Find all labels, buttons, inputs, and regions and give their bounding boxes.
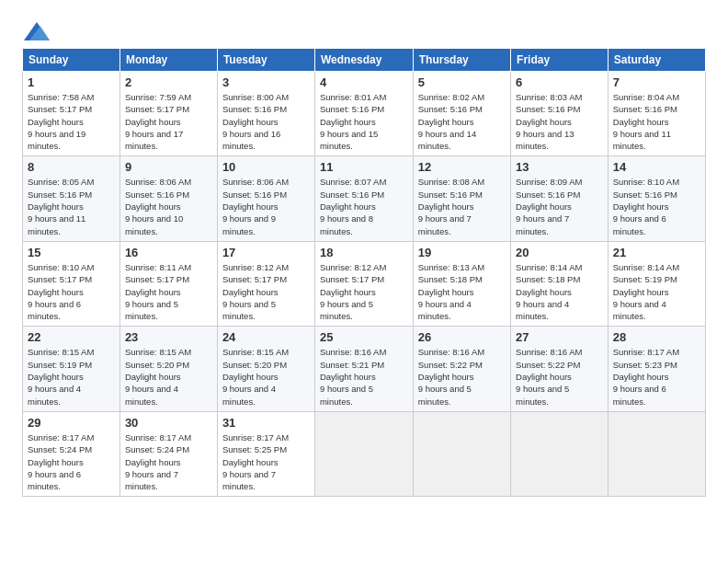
sunset-label: Sunset: 5:19 PM bbox=[28, 360, 92, 370]
cell-content: Sunrise: 8:17 AM Sunset: 5:24 PM Dayligh… bbox=[125, 431, 212, 492]
daylight-value: 9 hours and 15 minutes. bbox=[320, 129, 378, 151]
day-number: 20 bbox=[516, 246, 603, 259]
sunset-label: Sunset: 5:16 PM bbox=[222, 104, 287, 114]
daylight-label: Daylight hours bbox=[28, 372, 84, 382]
cell-content: Sunrise: 8:16 AM Sunset: 5:21 PM Dayligh… bbox=[320, 346, 408, 407]
sunset-label: Sunset: 5:21 PM bbox=[320, 360, 384, 370]
daylight-label: Daylight hours bbox=[222, 287, 279, 297]
sunrise-label: Sunrise: 8:17 AM bbox=[613, 347, 679, 357]
sunset-label: Sunset: 5:16 PM bbox=[125, 190, 189, 200]
daylight-label: Daylight hours bbox=[28, 457, 84, 467]
daylight-label: Daylight hours bbox=[516, 287, 572, 297]
calendar-cell bbox=[314, 411, 413, 496]
calendar-cell: 27 Sunrise: 8:16 AM Sunset: 5:22 PM Dayl… bbox=[511, 327, 609, 411]
daylight-label: Daylight hours bbox=[320, 117, 376, 127]
calendar-cell: 14 Sunrise: 8:10 AM Sunset: 5:16 PM Dayl… bbox=[608, 156, 705, 241]
day-number: 5 bbox=[418, 75, 506, 89]
daylight-label: Daylight hours bbox=[613, 287, 669, 297]
daylight-label: Daylight hours bbox=[320, 287, 376, 297]
calendar-cell: 5 Sunrise: 8:02 AM Sunset: 5:16 PM Dayli… bbox=[413, 72, 510, 156]
day-number: 23 bbox=[125, 330, 212, 344]
day-number: 12 bbox=[418, 160, 506, 174]
daylight-value: 9 hours and 5 minutes. bbox=[222, 299, 276, 321]
daylight-label: Daylight hours bbox=[418, 201, 474, 212]
sunrise-label: Sunrise: 8:08 AM bbox=[418, 177, 484, 187]
day-number: 17 bbox=[222, 246, 310, 259]
calendar-cell: 13 Sunrise: 8:09 AM Sunset: 5:16 PM Dayl… bbox=[511, 156, 609, 241]
sunset-label: Sunset: 5:16 PM bbox=[613, 190, 677, 200]
daylight-label: Daylight hours bbox=[125, 117, 181, 127]
daylight-label: Daylight hours bbox=[613, 372, 669, 382]
day-number: 26 bbox=[418, 330, 506, 344]
sunrise-label: Sunrise: 7:59 AM bbox=[125, 92, 191, 102]
calendar-cell: 19 Sunrise: 8:13 AM Sunset: 5:18 PM Dayl… bbox=[413, 241, 510, 326]
daylight-value: 9 hours and 11 minutes. bbox=[28, 213, 85, 236]
day-number: 30 bbox=[125, 416, 212, 430]
sunrise-label: Sunrise: 8:09 AM bbox=[516, 177, 582, 187]
daylight-value: 9 hours and 13 minutes. bbox=[516, 129, 574, 151]
day-number: 25 bbox=[320, 330, 408, 344]
sunset-label: Sunset: 5:16 PM bbox=[516, 104, 580, 114]
calendar-cell: 23 Sunrise: 8:15 AM Sunset: 5:20 PM Dayl… bbox=[119, 327, 217, 411]
cell-content: Sunrise: 8:09 AM Sunset: 5:16 PM Dayligh… bbox=[516, 176, 603, 236]
day-of-week-wednesday: Wednesday bbox=[314, 49, 413, 72]
sunset-label: Sunset: 5:16 PM bbox=[320, 190, 384, 200]
sunrise-label: Sunrise: 8:12 AM bbox=[222, 262, 289, 272]
daylight-value: 9 hours and 17 minutes. bbox=[125, 129, 183, 151]
daylight-label: Daylight hours bbox=[222, 201, 279, 212]
sunrise-label: Sunrise: 8:12 AM bbox=[320, 262, 386, 272]
cell-content: Sunrise: 8:01 AM Sunset: 5:16 PM Dayligh… bbox=[320, 91, 408, 152]
day-number: 18 bbox=[320, 246, 408, 259]
daylight-value: 9 hours and 4 minutes. bbox=[222, 384, 276, 406]
sunrise-label: Sunrise: 8:02 AM bbox=[418, 92, 484, 102]
daylight-label: Daylight hours bbox=[125, 287, 181, 297]
daylight-value: 9 hours and 7 minutes. bbox=[222, 469, 276, 491]
calendar-cell: 11 Sunrise: 8:07 AM Sunset: 5:16 PM Dayl… bbox=[314, 156, 413, 241]
daylight-label: Daylight hours bbox=[418, 287, 474, 297]
daylight-value: 9 hours and 8 minutes. bbox=[320, 213, 373, 236]
daylight-label: Daylight hours bbox=[28, 287, 84, 297]
calendar-cell: 20 Sunrise: 8:14 AM Sunset: 5:18 PM Dayl… bbox=[511, 241, 609, 326]
day-number: 8 bbox=[28, 160, 115, 174]
sunrise-label: Sunrise: 8:10 AM bbox=[28, 262, 94, 272]
calendar-cell: 15 Sunrise: 8:10 AM Sunset: 5:17 PM Dayl… bbox=[23, 241, 120, 326]
day-number: 7 bbox=[613, 75, 700, 89]
daylight-label: Daylight hours bbox=[613, 201, 669, 212]
daylight-value: 9 hours and 9 minutes. bbox=[222, 213, 276, 236]
sunrise-label: Sunrise: 8:15 AM bbox=[28, 347, 94, 357]
calendar-cell bbox=[413, 411, 510, 496]
day-number: 24 bbox=[222, 330, 310, 344]
day-number: 15 bbox=[28, 246, 115, 259]
sunset-label: Sunset: 5:16 PM bbox=[320, 104, 384, 114]
sunset-label: Sunset: 5:17 PM bbox=[28, 274, 92, 284]
daylight-value: 9 hours and 4 minutes. bbox=[28, 384, 81, 406]
cell-content: Sunrise: 8:14 AM Sunset: 5:19 PM Dayligh… bbox=[613, 261, 700, 322]
daylight-value: 9 hours and 5 minutes. bbox=[418, 384, 472, 406]
sunrise-label: Sunrise: 8:06 AM bbox=[125, 177, 191, 187]
day-number: 4 bbox=[320, 75, 408, 89]
calendar-cell: 22 Sunrise: 8:15 AM Sunset: 5:19 PM Dayl… bbox=[23, 327, 120, 411]
daylight-label: Daylight hours bbox=[222, 117, 279, 127]
sunrise-label: Sunrise: 8:17 AM bbox=[222, 432, 289, 442]
calendar-week-row: 22 Sunrise: 8:15 AM Sunset: 5:19 PM Dayl… bbox=[23, 327, 706, 411]
calendar-week-row: 1 Sunrise: 7:58 AM Sunset: 5:17 PM Dayli… bbox=[23, 72, 706, 156]
daylight-value: 9 hours and 5 minutes. bbox=[516, 384, 569, 406]
calendar-week-row: 29 Sunrise: 8:17 AM Sunset: 5:24 PM Dayl… bbox=[23, 411, 706, 496]
cell-content: Sunrise: 8:16 AM Sunset: 5:22 PM Dayligh… bbox=[516, 346, 603, 407]
day-number: 31 bbox=[222, 416, 310, 430]
day-of-week-tuesday: Tuesday bbox=[217, 49, 314, 72]
daylight-label: Daylight hours bbox=[418, 117, 474, 127]
day-of-week-saturday: Saturday bbox=[608, 49, 705, 72]
daylight-label: Daylight hours bbox=[613, 117, 669, 127]
calendar-cell: 29 Sunrise: 8:17 AM Sunset: 5:24 PM Dayl… bbox=[23, 411, 120, 496]
cell-content: Sunrise: 8:16 AM Sunset: 5:22 PM Dayligh… bbox=[418, 346, 506, 407]
daylight-value: 9 hours and 16 minutes. bbox=[222, 129, 280, 151]
daylight-label: Daylight hours bbox=[516, 372, 572, 382]
calendar-week-row: 15 Sunrise: 8:10 AM Sunset: 5:17 PM Dayl… bbox=[23, 241, 706, 326]
day-of-week-monday: Monday bbox=[119, 49, 217, 72]
calendar-cell: 21 Sunrise: 8:14 AM Sunset: 5:19 PM Dayl… bbox=[608, 241, 705, 326]
daylight-label: Daylight hours bbox=[418, 372, 474, 382]
sunset-label: Sunset: 5:22 PM bbox=[516, 360, 580, 370]
daylight-value: 9 hours and 5 minutes. bbox=[320, 299, 373, 321]
cell-content: Sunrise: 8:03 AM Sunset: 5:16 PM Dayligh… bbox=[516, 91, 603, 152]
